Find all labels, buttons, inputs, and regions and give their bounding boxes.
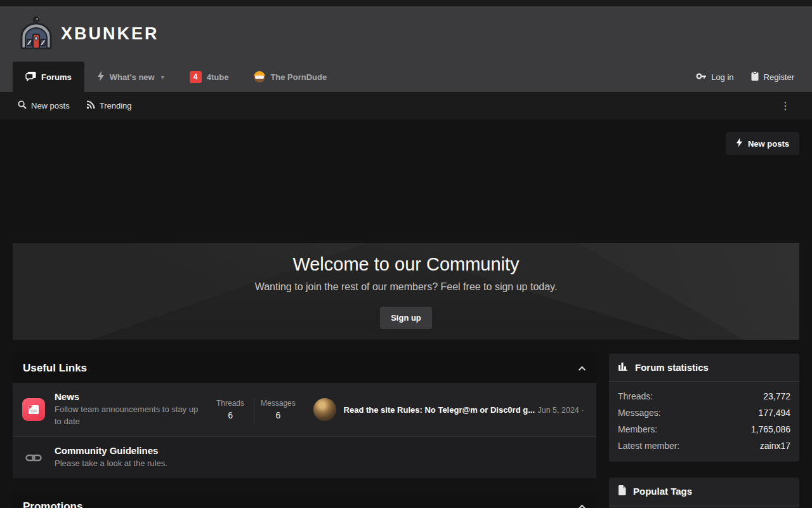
popular-tags-header: Populat Tags	[609, 478, 799, 505]
register-label: Register	[764, 72, 794, 82]
forums-bubbles-icon	[25, 71, 36, 83]
node-news-description: Follow team announcements to stay up to …	[55, 404, 207, 428]
promotions-title: Promotions	[23, 500, 82, 508]
forum-statistics-card: Forum statistics Threads: 23,772 Message…	[609, 354, 799, 462]
useful-links-header: Useful Links	[13, 354, 596, 383]
subnav-new-posts-label: New posts	[31, 101, 70, 110]
node-news-text: News Follow team announcements to stay u…	[55, 391, 207, 428]
subnav-trending[interactable]: Trending	[86, 100, 132, 111]
tab-whats-new-label: What's new	[110, 72, 155, 82]
stat-label: Members:	[618, 424, 657, 434]
key-icon	[696, 72, 707, 83]
banner-subtitle: Wanting to join the rest of our members?…	[255, 281, 558, 293]
welcome-banner: Welcome to our Community Wanting to join…	[13, 243, 799, 340]
site-header: XBUNKER	[0, 6, 812, 62]
collapse-chevron-icon[interactable]	[578, 366, 586, 371]
stat-row-messages: Messages: 177,494	[618, 404, 790, 421]
sign-up-button[interactable]: Sign up	[380, 307, 432, 329]
tab-4tube[interactable]: 4 4tube	[177, 62, 242, 92]
node-news-title[interactable]: News	[55, 391, 207, 402]
collapse-chevron-icon[interactable]	[578, 504, 586, 508]
promotions-header: Promotions	[13, 492, 596, 508]
new-posts-button-label: New posts	[748, 139, 789, 149]
forum-node-news[interactable]: News Follow team announcements to stay u…	[13, 383, 596, 437]
node-guidelines-description: Please take a look at the rules.	[55, 458, 167, 470]
tab-porndude-label: The PornDude	[270, 72, 327, 82]
stat-label: Latest member:	[618, 441, 679, 451]
latest-post-text: Read the site Rules: No Telegr@m or Disc…	[344, 404, 587, 415]
latest-post: Read the site Rules: No Telegr@m or Disc…	[313, 398, 587, 421]
subnav-trending-label: Trending	[100, 101, 132, 110]
4tube-icon: 4	[190, 71, 202, 83]
statistics-list: Threads: 23,772 Messages: 177,494 Member…	[609, 382, 799, 462]
popular-tags-card: Populat Tags	[609, 478, 799, 508]
page-content: New posts Welcome to our Community Wanti…	[0, 119, 812, 508]
latest-post-title[interactable]: Read the site Rules: No Telegr@m or Disc…	[344, 405, 535, 415]
popular-tags-title: Populat Tags	[633, 486, 692, 497]
more-options-icon[interactable]: ⋮	[776, 100, 794, 112]
bunker-logo-icon	[19, 17, 53, 52]
new-posts-button[interactable]: New posts	[726, 132, 799, 155]
threads-label: Threads	[207, 399, 254, 408]
login-label: Log in	[711, 72, 733, 82]
stat-value: 177,494	[758, 408, 790, 418]
news-icon	[22, 398, 45, 421]
stat-label: Messages:	[618, 408, 661, 418]
stat-value[interactable]: zainx17	[760, 441, 790, 451]
forum-statistics-title: Forum statistics	[635, 362, 709, 373]
useful-links-title: Useful Links	[23, 362, 87, 375]
login-link[interactable]: Log in	[696, 72, 733, 83]
secondary-nav: New posts Trending ⋮	[0, 92, 812, 119]
sidebar: Forum statistics Threads: 23,772 Message…	[609, 354, 799, 508]
chevron-down-icon: ▾	[161, 74, 164, 81]
main-column: Useful Links News Follow team announceme…	[13, 354, 596, 508]
stat-row-threads: Threads: 23,772	[618, 388, 790, 404]
tab-forums-label: Forums	[41, 72, 72, 82]
banner-title: Welcome to our Community	[292, 254, 519, 275]
stat-label: Threads:	[618, 391, 653, 401]
rss-icon	[86, 100, 95, 111]
forum-statistics-header: Forum statistics	[609, 354, 799, 382]
clipboard-icon	[750, 71, 759, 83]
messages-label: Messages	[254, 399, 301, 408]
avatar[interactable]	[313, 398, 336, 421]
messages-value: 6	[254, 410, 301, 420]
lightning-icon	[736, 138, 743, 149]
bar-chart-icon	[618, 361, 628, 373]
stat-row-members: Members: 1,765,086	[618, 421, 790, 438]
latest-post-meta: Jun 5, 2024 · ...	[537, 406, 587, 415]
porndude-icon	[254, 71, 265, 83]
top-strip	[0, 0, 812, 6]
stat-row-latest-member: Latest member: zainx17	[618, 438, 790, 454]
subnav-new-posts[interactable]: New posts	[18, 100, 70, 111]
search-icon	[18, 100, 27, 111]
site-logo[interactable]: XBUNKER	[19, 17, 159, 52]
lightning-icon	[97, 71, 105, 83]
stat-value: 23,772	[763, 391, 790, 401]
threads-stat: Threads 6	[207, 399, 254, 420]
messages-stat: Messages 6	[254, 399, 301, 420]
tab-forums[interactable]: Forums	[13, 62, 84, 92]
tab-whats-new[interactable]: What's new ▾	[84, 62, 177, 92]
tab-4tube-label: 4tube	[207, 72, 229, 82]
forum-node-guidelines[interactable]: Community Guidelines Please take a look …	[13, 437, 596, 478]
brand-name: XBUNKER	[61, 24, 159, 44]
auth-links: Log in Register	[696, 62, 799, 92]
register-link[interactable]: Register	[750, 71, 794, 83]
stat-value: 1,765,086	[751, 424, 790, 434]
primary-nav: Forums What's new ▾ 4 4tube The PornDude…	[0, 62, 812, 92]
threads-value: 6	[207, 410, 254, 420]
file-icon	[618, 485, 626, 498]
tab-porndude[interactable]: The PornDude	[241, 62, 339, 92]
node-guidelines-text: Community Guidelines Please take a look …	[55, 445, 167, 470]
node-guidelines-title[interactable]: Community Guidelines	[55, 445, 167, 456]
link-icon	[22, 446, 45, 469]
